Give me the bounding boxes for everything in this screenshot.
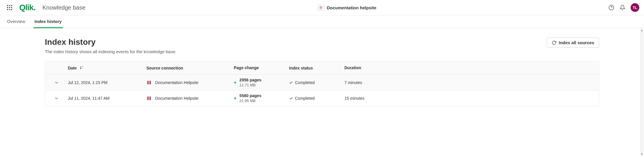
page-title-block: Index history The index history shows al…	[45, 38, 176, 54]
connection-icon	[146, 80, 152, 85]
plus-icon: +	[234, 80, 236, 85]
table-row: Jul 12, 2024, 1:15 PM Documentation Help…	[45, 75, 599, 90]
column-status[interactable]: Index status	[289, 65, 344, 70]
row-source: Documentation Helpsite	[146, 96, 234, 101]
help-icon[interactable]	[608, 5, 614, 10]
source-selector[interactable]: Documentation helpsite	[314, 3, 381, 13]
header-left: Qlik. Knowledge base	[5, 3, 86, 13]
row-date: Jul 12, 2024, 1:15 PM	[68, 80, 146, 85]
tab-overview[interactable]: Overview	[6, 15, 26, 28]
notification-bell-icon[interactable]	[620, 5, 625, 10]
main-content: Index history The index history shows al…	[0, 28, 644, 115]
svg-point-0	[320, 7, 321, 8]
plus-icon: +	[234, 96, 236, 101]
column-date[interactable]: Date	[68, 65, 146, 70]
table-header: Date Source connection Page change Index…	[45, 61, 599, 75]
page-description: The index history shows all indexing eve…	[45, 49, 176, 54]
tab-index-history[interactable]: Index history	[33, 15, 63, 28]
page-title: Index history	[45, 38, 176, 47]
refresh-icon	[552, 40, 556, 45]
tab-bar: Overview Index history	[0, 15, 644, 28]
index-all-sources-button[interactable]: Index all sources	[547, 38, 599, 48]
scroll-up-icon[interactable]: ▲	[640, 28, 644, 32]
app-launcher-icon[interactable]	[5, 3, 15, 13]
qlik-logo[interactable]: Qlik.	[19, 3, 36, 12]
chevron-down-icon[interactable]	[54, 96, 59, 101]
table-body: Jul 12, 2024, 1:15 PM Documentation Help…	[45, 75, 599, 106]
vertical-scrollbar[interactable]: ▲ ▼	[640, 28, 644, 115]
row-status: Completed	[289, 96, 344, 101]
column-duration[interactable]: Duration	[344, 65, 599, 70]
app-title: Knowledge base	[43, 4, 86, 11]
column-source[interactable]: Source connection	[146, 65, 234, 70]
source-selector-label: Documentation helpsite	[327, 5, 376, 10]
row-duration: 7 minutes	[344, 80, 599, 85]
header-right: TL	[608, 3, 639, 12]
knowledge-base-icon	[318, 4, 324, 11]
top-header: Qlik. Knowledge base Documentation helps…	[0, 0, 644, 15]
table-row: Jul 11, 2024, 11:47 AM Documentation Hel…	[45, 90, 599, 106]
index-history-table: Date Source connection Page change Index…	[45, 61, 599, 106]
index-button-label: Index all sources	[559, 40, 594, 45]
row-page-change: + 2956 pages 11.71 MB	[234, 78, 289, 87]
chevron-down-icon[interactable]	[54, 80, 59, 85]
check-icon	[289, 81, 293, 85]
check-icon	[289, 96, 293, 100]
row-page-change: + 5580 pages 21.95 MB	[234, 93, 289, 103]
page-header: Index history The index history shows al…	[45, 38, 599, 54]
user-avatar[interactable]: TL	[631, 3, 639, 12]
sort-descending-icon	[79, 66, 84, 70]
connection-icon	[146, 96, 152, 101]
header-center: Documentation helpsite	[86, 3, 608, 13]
row-duration: 15 minutes	[344, 96, 599, 101]
row-source: Documentation Helpsite	[146, 80, 234, 85]
column-page-change[interactable]: Page change	[234, 65, 289, 70]
row-status: Completed	[289, 80, 344, 85]
row-date: Jul 11, 2024, 11:47 AM	[68, 96, 146, 101]
